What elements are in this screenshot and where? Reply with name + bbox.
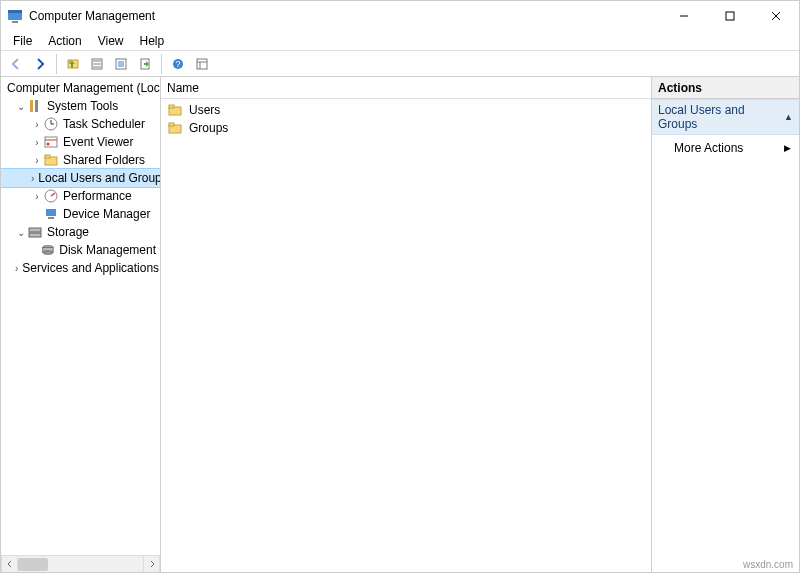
tree-performance[interactable]: › Performance [1, 187, 160, 205]
chevron-right-icon: › [31, 191, 43, 202]
toolbar-details-button[interactable] [191, 53, 213, 75]
menu-help[interactable]: Help [132, 32, 173, 50]
tree-shared-folders[interactable]: › Shared Folders [1, 151, 160, 169]
svg-rect-42 [29, 233, 41, 237]
minimize-button[interactable] [661, 1, 707, 31]
main-area: Computer Management (Local ⌄ System Tool… [1, 77, 799, 572]
tree-label: System Tools [47, 99, 118, 113]
actions-header: Actions [652, 77, 799, 99]
task-scheduler-icon [43, 116, 59, 132]
svg-rect-41 [29, 228, 41, 232]
tree-label: Performance [63, 189, 132, 203]
disk-management-icon [41, 242, 55, 258]
list-item-label: Users [189, 103, 220, 117]
tree-label: Storage [47, 225, 89, 239]
toolbar-back-button[interactable] [5, 53, 27, 75]
tree-label: Computer Management (Local [7, 81, 160, 95]
svg-rect-39 [46, 209, 56, 216]
tree-label: Shared Folders [63, 153, 145, 167]
toolbar: ? [1, 51, 799, 77]
tree-label: Local Users and Groups [38, 171, 160, 185]
toolbar-properties-button[interactable] [86, 53, 108, 75]
toolbar-refresh-button[interactable] [110, 53, 132, 75]
menu-file[interactable]: File [5, 32, 40, 50]
tree-horizontal-scrollbar[interactable] [1, 555, 160, 572]
chevron-right-icon: › [15, 263, 18, 274]
collapse-up-icon: ▲ [784, 112, 793, 122]
svg-rect-49 [169, 105, 174, 108]
folder-icon [167, 120, 183, 136]
actions-item-label: More Actions [674, 141, 743, 155]
tree-disk-management[interactable]: Disk Management [1, 241, 160, 259]
toolbar-forward-button[interactable] [29, 53, 51, 75]
list-header-name[interactable]: Name [161, 77, 651, 99]
toolbar-help-button[interactable]: ? [167, 53, 189, 75]
chevron-down-icon: ⌄ [15, 227, 27, 238]
list-item-groups[interactable]: Groups [161, 119, 651, 137]
shared-folders-icon [43, 152, 59, 168]
toolbar-separator [161, 54, 162, 74]
svg-rect-4 [726, 12, 734, 20]
titlebar: Computer Management [1, 1, 799, 31]
svg-rect-51 [169, 123, 174, 126]
tree-label: Task Scheduler [63, 117, 145, 131]
tree-services-apps[interactable]: › Services and Applications [1, 259, 160, 277]
scroll-thumb[interactable] [18, 558, 48, 571]
svg-point-31 [47, 143, 50, 146]
chevron-down-icon: ⌄ [15, 101, 27, 112]
list-item-users[interactable]: Users [161, 101, 651, 119]
svg-rect-29 [45, 137, 57, 147]
tree-root[interactable]: Computer Management (Local [1, 79, 160, 97]
actions-title: Actions [658, 81, 702, 95]
svg-text:?: ? [175, 59, 180, 69]
actions-panel: Actions Local Users and Groups ▲ More Ac… [652, 77, 799, 572]
list-panel: Name Users Groups [161, 77, 652, 572]
svg-rect-40 [48, 217, 54, 219]
close-button[interactable] [753, 1, 799, 31]
list-body[interactable]: Users Groups [161, 99, 651, 572]
svg-point-45 [43, 251, 53, 254]
tree-scroll-area[interactable]: Computer Management (Local ⌄ System Tool… [1, 77, 160, 555]
tree-label: Disk Management [59, 243, 156, 257]
toolbar-separator [56, 54, 57, 74]
performance-icon [43, 188, 59, 204]
app-icon [7, 8, 23, 24]
chevron-right-icon: › [31, 155, 43, 166]
tree-label: Device Manager [63, 207, 150, 221]
toolbar-up-button[interactable] [62, 53, 84, 75]
chevron-right-icon: › [31, 173, 34, 184]
actions-group-label: Local Users and Groups [658, 103, 784, 131]
tree-panel: Computer Management (Local ⌄ System Tool… [1, 77, 161, 572]
svg-rect-19 [197, 59, 207, 69]
tree-task-scheduler[interactable]: › Task Scheduler [1, 115, 160, 133]
folder-icon [167, 102, 183, 118]
event-viewer-icon [43, 134, 59, 150]
chevron-right-icon: › [31, 119, 43, 130]
storage-icon [27, 224, 43, 240]
tree-event-viewer[interactable]: › Event Viewer [1, 133, 160, 151]
toolbar-export-button[interactable] [134, 53, 156, 75]
scroll-right-button[interactable] [143, 556, 160, 573]
svg-rect-25 [35, 100, 38, 112]
actions-more-actions[interactable]: More Actions ▶ [652, 135, 799, 161]
tree-local-users-groups[interactable]: › Local Users and Groups [1, 169, 160, 187]
tree-device-manager[interactable]: Device Manager [1, 205, 160, 223]
tree-storage[interactable]: ⌄ Storage [1, 223, 160, 241]
tree-system-tools[interactable]: ⌄ System Tools [1, 97, 160, 115]
svg-rect-2 [12, 21, 18, 23]
window-title: Computer Management [29, 9, 155, 23]
actions-group-header[interactable]: Local Users and Groups ▲ [652, 99, 799, 135]
maximize-button[interactable] [707, 1, 753, 31]
tree-label: Services and Applications [22, 261, 159, 275]
chevron-right-icon: › [31, 137, 43, 148]
menu-view[interactable]: View [90, 32, 132, 50]
svg-rect-33 [45, 155, 50, 158]
scroll-left-button[interactable] [1, 556, 18, 573]
tree-label: Event Viewer [63, 135, 133, 149]
svg-rect-24 [30, 100, 33, 112]
menubar: File Action View Help [1, 31, 799, 51]
scroll-track[interactable] [18, 556, 143, 573]
column-header-label: Name [167, 81, 199, 95]
menu-action[interactable]: Action [40, 32, 89, 50]
svg-rect-1 [8, 10, 22, 13]
